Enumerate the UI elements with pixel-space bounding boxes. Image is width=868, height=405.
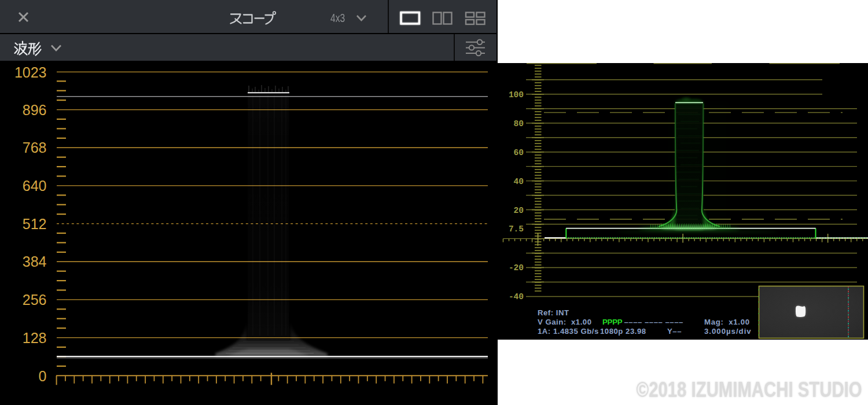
svg-text:-40: -40 [509,292,524,301]
svg-text:384: 384 [23,253,47,270]
svg-text:1A: 1.4835 Gb/s: 1A: 1.4835 Gb/s [538,327,599,336]
svg-text:–––– –––– ––––: –––– –––– –––– [624,318,683,326]
svg-text:512: 512 [23,216,47,232]
svg-text:V Gain: x1.00: V Gain: x1.00 [538,318,592,326]
svg-text:80: 80 [514,119,524,128]
svg-text:0: 0 [39,368,47,384]
svg-text:-20: -20 [509,263,524,273]
svg-text:768: 768 [23,139,47,156]
svg-text:128: 128 [23,330,47,346]
svg-text:896: 896 [23,102,47,118]
svg-text:40: 40 [514,177,524,186]
svg-text:100: 100 [509,90,524,100]
svg-text:640: 640 [23,178,47,194]
svg-text:3.000µs/div: 3.000µs/div [704,327,752,336]
svg-text:7.5: 7.5 [509,224,524,234]
svg-text:1080p 23.98: 1080p 23.98 [600,327,646,336]
svg-text:Mag: x1.00: Mag: x1.00 [704,318,750,326]
svg-text:60: 60 [514,148,524,157]
svg-text:256: 256 [23,292,47,308]
svg-text:PPPP: PPPP [602,318,623,326]
svg-text:20: 20 [514,206,524,215]
svg-text:1023: 1023 [14,64,47,80]
svg-text:Y––: Y–– [667,327,682,336]
svg-text:Ref: INT: Ref: INT [538,308,569,317]
